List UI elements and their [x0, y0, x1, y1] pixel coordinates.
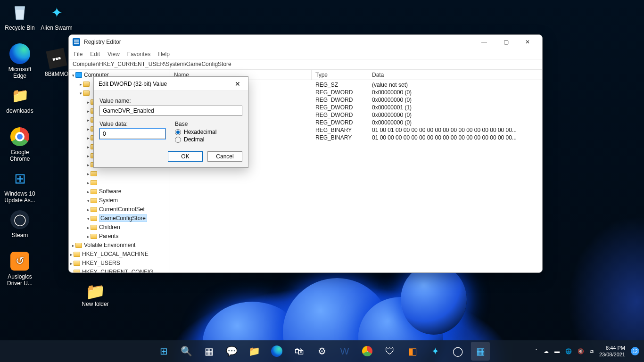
taskbar: ⊞ 🔍 ▦ 💬 📁 🛍 ⚙ W 🛡 ◧ ✦ ◯ ▦ ˄ ☁ ▬ 🌐 🔇 ⧉ 8:… — [0, 340, 644, 362]
tray-chevron-icon[interactable]: ˄ — [535, 348, 538, 354]
tree-item[interactable]: ▸HKEY_LOCAL_MACHINE — [69, 250, 170, 259]
desktop-icon-label: Microsoft Edge — [2, 66, 38, 79]
desktop-icon-label: Steam — [2, 232, 38, 239]
tree-item[interactable]: ▸Parents — [86, 232, 170, 241]
menubar: File Edit View Favorites Help — [69, 49, 542, 59]
desktop-icon-downloads[interactable]: 📁 downloads — [2, 84, 38, 121]
windows-icon: ⊞ — [8, 167, 31, 189]
desktop-icon-new-folder[interactable]: 📁 New folder — [75, 282, 115, 307]
chat-button[interactable]: 💬 — [222, 342, 241, 361]
desktop-icon-win10-update[interactable]: ⊞ Windows 10 Update As... — [2, 167, 38, 204]
value-name-label: Value name: — [99, 98, 242, 104]
file-explorer-button[interactable]: 📁 — [245, 342, 264, 361]
desktop-icon-auslogics[interactable]: ↺ Auslogics Driver U... — [2, 250, 38, 287]
radio-icon — [175, 129, 181, 135]
desktop-icon-chrome[interactable]: Google Chrome — [2, 125, 38, 162]
dialog-titlebar[interactable]: Edit DWORD (32-bit) Value ✕ — [94, 77, 248, 91]
base-label: Base — [175, 121, 242, 127]
clock-time: 8:44 PM — [599, 345, 625, 351]
desktop-icon-label: Windows 10 Update As... — [2, 190, 38, 204]
desktop-icon-label: Alien Swarm — [39, 25, 74, 31]
desktop-icon-label: New folder — [75, 301, 115, 307]
menu-help[interactable]: Help — [158, 51, 170, 58]
tree-item[interactable]: ▾System — [86, 196, 170, 205]
folder-icon: 📁 — [8, 84, 31, 107]
alien-swarm-icon: ✦ — [45, 1, 68, 24]
chrome-button[interactable] — [358, 342, 377, 361]
store-button[interactable]: 🛍 — [290, 342, 309, 361]
radio-decimal[interactable]: Decimal — [175, 136, 242, 143]
auslogics-icon: ↺ — [10, 252, 29, 271]
desktop-icon-alien-swarm[interactable]: ✦ Alien Swarm — [39, 1, 74, 38]
word-button[interactable]: W — [335, 342, 354, 361]
tree-item[interactable]: ▸ — [86, 169, 170, 178]
tree-item[interactable]: ▸Volatile Environment — [71, 241, 170, 250]
desktop-icon-label: downloads — [2, 107, 38, 114]
tree-item[interactable]: ▸CurrentControlSet — [86, 205, 170, 214]
desktop-icon-edge[interactable]: Microsoft Edge — [2, 42, 38, 79]
security-button[interactable]: 🛡 — [380, 342, 399, 361]
wifi-icon[interactable]: ⧉ — [590, 348, 594, 354]
onedrive-icon[interactable]: ☁ — [544, 348, 549, 354]
value-data-label: Value data: — [99, 121, 165, 127]
language-icon[interactable]: 🌐 — [565, 348, 572, 354]
close-button[interactable]: ✕ — [517, 35, 538, 49]
app-orange-button[interactable]: ◧ — [403, 342, 422, 361]
window-title: Registry Editor — [84, 39, 121, 45]
steam-icon: ◯ — [10, 210, 29, 229]
volume-icon[interactable]: 🔇 — [578, 348, 584, 354]
edge-button[interactable] — [267, 342, 286, 361]
desktop-icon-steam[interactable]: ◯ Steam — [2, 208, 38, 245]
menu-view[interactable]: View — [107, 51, 120, 58]
tree-item[interactable]: ▸ — [86, 178, 170, 187]
clock-date: 23/08/2021 — [599, 351, 625, 358]
ok-button[interactable]: OK — [168, 151, 203, 162]
value-data-input[interactable] — [99, 129, 165, 139]
menu-edit[interactable]: Edit — [90, 51, 100, 58]
dialog-close-button[interactable]: ✕ — [232, 79, 243, 89]
chrome-icon — [10, 127, 29, 146]
maximize-button[interactable]: ▢ — [495, 35, 517, 49]
value-name-input[interactable] — [99, 106, 242, 116]
alien-swarm-button[interactable]: ✦ — [426, 342, 445, 361]
dialog-title: Edit DWORD (32-bit) Value — [99, 81, 167, 87]
steam-button[interactable]: ◯ — [448, 342, 467, 361]
col-data[interactable]: Data — [368, 70, 542, 80]
radio-hexadecimal[interactable]: Hexadecimal — [175, 129, 242, 135]
tree-item[interactable]: ▸HKEY_CURRENT_CONFIG — [69, 268, 170, 272]
start-button[interactable]: ⊞ — [154, 342, 173, 361]
desktop-icon-label: Recycle Bin — [2, 25, 38, 31]
folder-icon: 📁 — [75, 282, 115, 301]
tree-item[interactable]: ▸Children — [86, 223, 170, 232]
8bitmmo-icon: ■■■ — [46, 48, 67, 69]
titlebar[interactable]: Registry Editor — ▢ ✕ — [69, 35, 542, 49]
tree-item[interactable]: ▸Software — [86, 187, 170, 196]
edit-dword-dialog: Edit DWORD (32-bit) Value ✕ Value name: … — [93, 76, 248, 168]
tree-item[interactable]: ▾GameConfigStore — [86, 214, 170, 223]
minimize-button[interactable]: — — [473, 35, 495, 49]
settings-button[interactable]: ⚙ — [313, 342, 331, 361]
recycle-bin-icon — [8, 1, 31, 24]
battery-icon[interactable]: ▬ — [554, 348, 560, 354]
desktop-icon-recycle-bin[interactable]: Recycle Bin — [2, 1, 38, 38]
search-button[interactable]: 🔍 — [177, 342, 196, 361]
cancel-button[interactable]: Cancel — [207, 151, 242, 162]
radio-icon — [175, 137, 181, 143]
task-view-button[interactable]: ▦ — [199, 342, 218, 361]
notification-badge[interactable]: 12 — [631, 347, 639, 355]
edge-icon — [9, 43, 30, 64]
tree-item[interactable]: ▸HKEY_USERS — [69, 259, 170, 268]
desktop-icon-label: Google Chrome — [2, 149, 38, 162]
desktop-icon-label: Auslogics Driver U... — [2, 273, 38, 287]
menu-favorites[interactable]: Favorites — [127, 51, 150, 58]
clock[interactable]: 8:44 PM 23/08/2021 — [599, 345, 625, 358]
regedit-icon — [73, 38, 80, 46]
col-type[interactable]: Type — [312, 70, 368, 80]
menu-file[interactable]: File — [74, 51, 83, 58]
address-bar[interactable]: Computer\HKEY_CURRENT_USER\System\GameCo… — [69, 59, 542, 70]
regedit-taskbar-button[interactable]: ▦ — [471, 342, 490, 361]
